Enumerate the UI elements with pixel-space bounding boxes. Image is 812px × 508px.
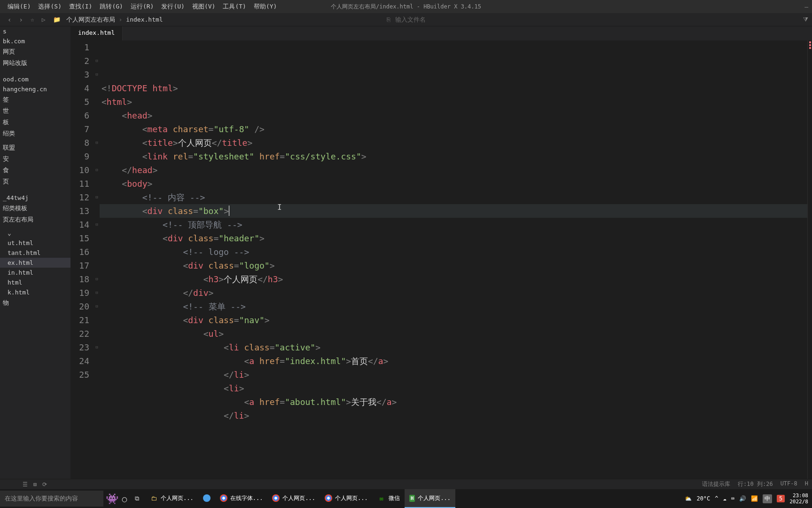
- code-line[interactable]: <!-- 内容 -->: [100, 190, 807, 204]
- sidebar-item[interactable]: ut.html: [0, 238, 70, 248]
- menu-publish[interactable]: 发行(U): [157, 2, 188, 11]
- taskbar-item-hbuilder[interactable]: H 个人网页...: [405, 489, 455, 508]
- code-line[interactable]: <ul>: [100, 327, 807, 341]
- weather-icon[interactable]: ⛅: [685, 495, 692, 502]
- sidebar-item[interactable]: hangcheng.cn: [0, 84, 70, 94]
- code-line[interactable]: <h3>个人网页</h3>: [100, 272, 807, 286]
- tab-index-html[interactable]: index.html: [70, 26, 123, 40]
- filter-icon[interactable]: ⧩: [803, 16, 808, 24]
- sidebar-item[interactable]: 页左右布局: [0, 214, 70, 225]
- tray-cloud-icon[interactable]: ☁: [723, 495, 726, 502]
- sidebar-item[interactable]: 页: [0, 176, 70, 187]
- sidebar-item[interactable]: 板: [0, 117, 70, 128]
- file-explorer[interactable]: sbk.com网页网站改版ood.comhangcheng.cn签世板绍类联盟安…: [0, 26, 70, 479]
- code-line[interactable]: </li>: [100, 409, 807, 422]
- status-icon-grid[interactable]: ⊞: [33, 481, 37, 488]
- sidebar-item[interactable]: ood.com: [0, 74, 70, 84]
- code-line[interactable]: </head>: [100, 163, 807, 177]
- menu-goto[interactable]: 跳转(G): [96, 2, 126, 11]
- sidebar-item[interactable]: 签: [0, 94, 70, 105]
- clock[interactable]: 23:08 2022/8: [789, 492, 808, 505]
- menu-find[interactable]: 查找(I): [65, 2, 96, 11]
- code-line[interactable]: <a href="index.html">首页</a>: [100, 354, 807, 368]
- code-line[interactable]: <!-- 菜单 -->: [100, 300, 807, 313]
- code-line[interactable]: <div class="nav">: [100, 313, 807, 327]
- tray-volume-icon[interactable]: 🔊: [739, 495, 746, 502]
- menu-run[interactable]: 运行(R): [127, 2, 157, 11]
- folder-icon[interactable]: 📁: [49, 16, 64, 23]
- sidebar-item[interactable]: ex.html: [0, 258, 70, 268]
- sidebar-item[interactable]: 绍类模板: [0, 203, 70, 214]
- sidebar-item[interactable]: 绍类: [0, 128, 70, 139]
- nav-back-button[interactable]: ‹: [4, 16, 15, 24]
- ime-indicator[interactable]: 中: [763, 494, 772, 503]
- minimize-button[interactable]: —: [804, 3, 808, 10]
- sidebar-item[interactable]: k.html: [0, 287, 70, 297]
- menu-help[interactable]: 帮助(Y): [250, 2, 281, 11]
- code-line[interactable]: <div class="logo">: [100, 259, 807, 272]
- sidebar-item[interactable]: in.html: [0, 268, 70, 278]
- code-line[interactable]: <li>: [100, 381, 807, 395]
- cortana-icon[interactable]: ○: [120, 494, 129, 503]
- taskbar-item-app[interactable]: [198, 489, 215, 508]
- favorite-icon[interactable]: ☆: [27, 16, 38, 23]
- taskbar-item-wechat[interactable]: ✉ 微信: [373, 489, 405, 508]
- taskbar-search[interactable]: 在这里输入你要搜索的内容: [0, 491, 103, 507]
- weather-temp[interactable]: 20°C: [696, 495, 710, 502]
- sidebar-item[interactable]: 物: [0, 297, 70, 309]
- sidebar-item[interactable]: s: [0, 26, 70, 36]
- sidebar-item[interactable]: 安: [0, 153, 70, 165]
- taskbar-item-chrome-3[interactable]: 个人网页...: [320, 489, 373, 508]
- menu-edit[interactable]: 编辑(E): [4, 2, 34, 11]
- code-line[interactable]: <head>: [100, 109, 807, 122]
- minimap[interactable]: [807, 40, 812, 479]
- sidebar-item[interactable]: 联盟: [0, 142, 70, 153]
- sidebar-item[interactable]: html: [0, 278, 70, 287]
- breadcrumb-file[interactable]: index.html: [124, 16, 164, 23]
- encoding-indicator[interactable]: UTF-8: [781, 480, 797, 488]
- code-line[interactable]: </div>: [100, 286, 807, 300]
- sidebar-item[interactable]: 网页: [0, 46, 70, 57]
- taskbar-item-chrome-1[interactable]: 在线字体...: [215, 489, 268, 508]
- code-line[interactable]: <title>个人网页</title>: [100, 136, 807, 150]
- tray-ime-icon[interactable]: ⌨: [731, 495, 734, 502]
- sidebar-item[interactable]: ⌄: [0, 228, 70, 238]
- code-line[interactable]: <div class="box">: [100, 204, 807, 218]
- code-line[interactable]: </li>: [100, 368, 807, 381]
- tray-chevron-icon[interactable]: ^: [715, 495, 718, 502]
- sidebar-item[interactable]: 世: [0, 105, 70, 117]
- code-line[interactable]: <!-- logo -->: [100, 245, 807, 259]
- sidebar-item[interactable]: 食: [0, 165, 70, 176]
- code-line[interactable]: <body>: [100, 177, 807, 190]
- taskbar-item-folder[interactable]: 🗀 个人网页...: [145, 489, 198, 508]
- sidebar-item[interactable]: bk.com: [0, 36, 70, 46]
- sidebar-item[interactable]: tant.html: [0, 248, 70, 258]
- code-line[interactable]: <link rel="stylesheet" href="css/style.c…: [100, 150, 807, 163]
- code-line[interactable]: <div class="header">: [100, 231, 807, 245]
- menu-tools[interactable]: 工具(T): [219, 2, 250, 11]
- taskbar-item-chrome-2[interactable]: 个人网页...: [267, 489, 320, 508]
- sidebar-item[interactable]: _44tw4j: [0, 193, 70, 203]
- language-indicator[interactable]: H: [805, 480, 808, 488]
- menu-select[interactable]: 选择(S): [34, 2, 65, 11]
- fold-column[interactable]: ⊟⊟⊟⊟⊟⊟⊟⊟⊟⊟: [94, 40, 100, 479]
- run-icon[interactable]: ▷: [38, 16, 49, 23]
- status-icon-list[interactable]: ☰: [23, 481, 28, 488]
- code-area[interactable]: 1234567891011121314151617181920212223242…: [70, 40, 812, 479]
- code-line[interactable]: <li class="active">: [100, 341, 807, 354]
- menu-view[interactable]: 视图(V): [188, 2, 219, 11]
- nav-forward-button[interactable]: ›: [15, 16, 26, 24]
- status-icon-sync[interactable]: ⟳: [42, 481, 47, 488]
- code-line[interactable]: <html>: [100, 95, 807, 109]
- code-content[interactable]: I <!DOCTYPE html><html> <head> <meta cha…: [100, 40, 807, 479]
- code-line[interactable]: <!DOCTYPE html>: [100, 81, 807, 95]
- breadcrumb-root[interactable]: 个人网页左右布局: [64, 16, 117, 24]
- taskview-icon[interactable]: ⧉: [133, 494, 141, 503]
- line-col-indicator[interactable]: 行:10 列:26: [738, 480, 773, 488]
- ime-indicator-2[interactable]: 5: [777, 495, 785, 502]
- sidebar-item[interactable]: 网站改版: [0, 57, 70, 69]
- code-line[interactable]: <a href="about.html">关于我</a>: [100, 395, 807, 409]
- file-search[interactable]: ⎘ 输入文件名: [387, 16, 426, 24]
- code-line[interactable]: <meta charset="utf-8" />: [100, 122, 807, 136]
- syntax-hint[interactable]: 语法提示库: [702, 480, 730, 488]
